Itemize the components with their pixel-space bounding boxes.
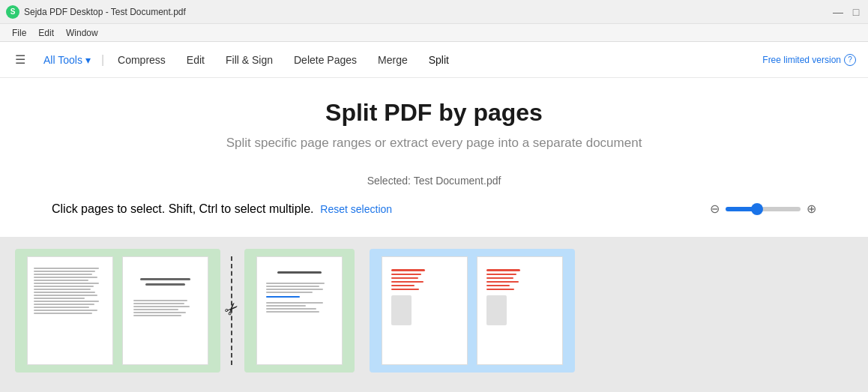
zoom-controls[interactable]: ⊖ ⊕: [710, 202, 816, 216]
zoom-slider[interactable]: [726, 207, 801, 211]
free-version-badge[interactable]: Free limited version ?: [762, 54, 856, 66]
nav-compress[interactable]: Compress: [109, 51, 175, 69]
window-controls[interactable]: — □: [832, 6, 862, 18]
all-tools-menu[interactable]: All Tools ▾: [37, 51, 97, 69]
zoom-out-icon[interactable]: ⊖: [710, 202, 720, 216]
app-logo: S: [6, 5, 19, 19]
nav-edit[interactable]: Edit: [178, 51, 214, 69]
page-card-3[interactable]: [256, 256, 343, 365]
nav-merge[interactable]: Merge: [369, 51, 417, 69]
help-icon[interactable]: ?: [844, 54, 856, 66]
minimize-button[interactable]: —: [832, 6, 844, 18]
instructions-text: Click pages to select. Shift, Ctrl to se…: [52, 202, 392, 216]
all-tools-chevron: ▾: [85, 54, 91, 66]
separator: |: [101, 53, 104, 67]
maximize-button[interactable]: □: [850, 6, 862, 18]
all-tools-label: All Tools: [43, 54, 82, 66]
page-group-selected-2: [244, 249, 355, 373]
nav-split[interactable]: Split: [420, 51, 458, 69]
menu-edit[interactable]: Edit: [32, 26, 60, 40]
hamburger-menu[interactable]: ☰: [12, 49, 28, 70]
page-card-4[interactable]: [382, 256, 468, 365]
titlebar: S Sejda PDF Desktop - Test Document.pdf …: [0, 0, 868, 24]
zoom-in-icon[interactable]: ⊕: [807, 202, 816, 216]
page-group-selected: [15, 249, 220, 373]
menu-file[interactable]: File: [6, 26, 32, 40]
pages-area: ✂: [0, 237, 868, 392]
nav-delete-pages[interactable]: Delete Pages: [285, 51, 366, 69]
page-title: Split PDF by pages: [325, 99, 543, 127]
menu-window[interactable]: Window: [60, 26, 104, 40]
page-card-1[interactable]: [27, 256, 113, 365]
scissors-divider: ✂: [220, 256, 238, 319]
reset-selection-link[interactable]: Reset selection: [320, 203, 392, 215]
instructions-row: Click pages to select. Shift, Ctrl to se…: [22, 202, 846, 216]
page-card-2[interactable]: [122, 256, 208, 365]
main-wrapper: Split PDF by pages Split specific page r…: [0, 78, 868, 392]
menubar: File Edit Window: [0, 24, 868, 42]
free-version-label: Free limited version: [762, 55, 841, 65]
selected-file: Selected: Test Document.pdf: [367, 175, 501, 187]
page-group-blue: [370, 249, 575, 373]
page-subtitle: Split specific page ranges or extract ev…: [226, 136, 642, 151]
content-area: Split PDF by pages Split specific page r…: [0, 78, 868, 237]
toolbar: ☰ All Tools ▾ | Compress Edit Fill & Sig…: [0, 42, 868, 78]
window-title: Sejda PDF Desktop - Test Document.pdf: [24, 7, 832, 17]
nav-fill-sign[interactable]: Fill & Sign: [217, 51, 282, 69]
page-card-5[interactable]: [477, 256, 563, 365]
